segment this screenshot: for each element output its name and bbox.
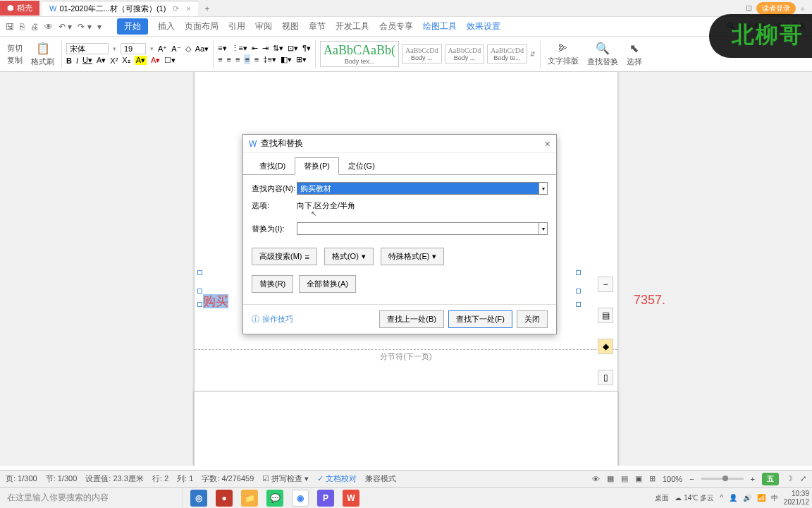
tray-ime-icon[interactable]: 中 — [771, 493, 778, 503]
status-line[interactable]: 行: 2 — [152, 473, 168, 484]
undo-icon[interactable]: ↶ ▾ — [59, 22, 72, 32]
taskbar-clock[interactable]: 10:39 2021/12 — [784, 490, 809, 507]
text-layout-button[interactable]: ⫸ 文字排版 — [545, 42, 582, 66]
replace-dropdown-icon[interactable]: ▾ — [539, 222, 548, 235]
highlight-button[interactable]: A▾ — [135, 56, 147, 65]
tray-volume-icon[interactable]: 📶 — [757, 494, 765, 502]
status-section[interactable]: 节: 1/300 — [46, 473, 78, 484]
tab-drawingtools[interactable]: 绘图工具 — [423, 20, 457, 32]
special-format-button[interactable]: 特殊格式(E)▾ — [381, 248, 445, 265]
subscript-button[interactable]: X₂ — [122, 56, 130, 65]
tray-user-icon[interactable]: 👤 — [729, 494, 737, 502]
tab-member[interactable]: 会员专享 — [379, 20, 413, 32]
find-input[interactable] — [297, 182, 539, 195]
print-icon[interactable]: 🖨 — [30, 22, 39, 32]
taskbar-chrome[interactable]: ◉ — [292, 490, 309, 507]
borders-icon[interactable]: ⊞▾ — [296, 55, 307, 64]
tab-find[interactable]: 查找(D) — [250, 157, 295, 175]
dropdown-icon[interactable]: ▾ — [97, 22, 102, 32]
taskbar-wps[interactable]: W — [343, 490, 359, 507]
gallery-button[interactable]: ▤ — [598, 308, 613, 323]
redo-icon[interactable]: ↷ ▾ — [78, 22, 91, 32]
pin-icon[interactable]: ⟳ — [173, 4, 179, 13]
cut-button[interactable]: 剪切 — [7, 43, 23, 54]
style-bodytext2[interactable]: AaBbCcDd Body ... — [402, 44, 442, 64]
eye-icon[interactable]: 👁 — [592, 475, 600, 483]
zoom-slider[interactable] — [701, 478, 744, 480]
status-chars[interactable]: 字数: 4/276459 — [202, 473, 254, 484]
save-icon[interactable]: 🖫 — [6, 22, 14, 32]
replace-button[interactable]: 替换(R) — [252, 275, 293, 293]
tab-goto[interactable]: 定位(G) — [339, 157, 384, 175]
find-replace-button[interactable]: 🔍 查找替换 — [584, 42, 621, 67]
bold-button[interactable]: B — [66, 56, 72, 65]
taskbar-wechat[interactable]: 💬 — [266, 490, 283, 507]
zoom-in-icon[interactable]: + — [751, 475, 755, 483]
clear-format-icon[interactable]: ◇ — [185, 44, 191, 54]
tab-section[interactable]: 章节 — [309, 20, 326, 32]
font-color-button[interactable]: A▾ — [151, 56, 160, 65]
find-dropdown-icon[interactable]: ▾ — [539, 182, 548, 195]
style-bodytext4[interactable]: AaBbCcDd Body te... — [487, 44, 527, 64]
tray-speaker-icon[interactable]: 🔊 — [743, 494, 751, 502]
taskbar-explorer[interactable]: 📁 — [241, 490, 258, 507]
tab-review[interactable]: 审阅 — [255, 20, 272, 32]
sort-icon[interactable]: ⇅▾ — [273, 44, 283, 53]
tab-reference[interactable]: 引用 — [228, 20, 245, 32]
document-tab[interactable]: W 01-2020年二...材（可搜索）(1) ⟳ × — [42, 1, 198, 16]
find-next-button[interactable]: 查找下一处(F) — [448, 310, 512, 328]
border-button[interactable]: ☐▾ — [164, 56, 176, 65]
login-button[interactable]: 读者登录 — [756, 2, 796, 15]
tab-icon[interactable]: ⊡▾ — [288, 44, 298, 53]
line-spacing-icon[interactable]: ‡≡▾ — [263, 55, 276, 64]
italic-button[interactable]: I — [76, 56, 78, 65]
font-size-select[interactable] — [121, 43, 146, 54]
align-justify-icon[interactable]: ≡ — [244, 54, 250, 64]
decrease-font-icon[interactable]: A⁻ — [171, 44, 180, 54]
tips-link[interactable]: ⓘ 操作技巧 — [252, 314, 293, 325]
status-col[interactable]: 列: 1 — [177, 473, 193, 484]
dialog-close-button[interactable]: × — [545, 138, 550, 150]
weather-icon[interactable]: ☁ 14℃ 多云 — [675, 493, 714, 503]
expand-icon[interactable]: ⤢ — [800, 474, 806, 483]
status-page[interactable]: 页: 1/300 — [6, 473, 37, 484]
shading-icon[interactable]: ◧▾ — [281, 55, 292, 64]
tab-pagelayout[interactable]: 页面布局 — [185, 20, 219, 32]
style-bodytext1[interactable]: AaBbCAaBb( Body tex... — [320, 41, 399, 67]
taskbar-search[interactable]: 在这里输入你要搜索的内容 — [0, 488, 183, 508]
view-outline-icon[interactable]: ▤ — [621, 474, 628, 483]
increase-indent-icon[interactable]: ⇥ — [262, 44, 269, 53]
tab-insert[interactable]: 插入 — [158, 20, 175, 32]
replace-input[interactable] — [297, 222, 539, 235]
find-prev-button[interactable]: 查找上一处(B) — [379, 310, 444, 328]
tab-replace[interactable]: 替换(P) — [295, 157, 339, 175]
select-button[interactable]: ⬉ 选择 — [624, 42, 645, 67]
shape-button[interactable]: ◆ — [598, 339, 613, 354]
superscript-button[interactable]: X² — [110, 56, 118, 65]
align-left-icon[interactable]: ≡ — [218, 55, 222, 64]
tray-up-icon[interactable]: ^ — [720, 494, 723, 502]
replace-all-button[interactable]: 全部替换(A) — [299, 275, 356, 293]
copy-button[interactable]: 复制 — [7, 55, 23, 66]
taskbar-app2[interactable]: ● — [216, 490, 233, 507]
tab-developer[interactable]: 开发工具 — [336, 20, 369, 32]
distribute-icon[interactable]: ≡ — [254, 55, 259, 64]
zoom-out-button[interactable]: − — [598, 277, 613, 292]
page-button[interactable]: ▯ — [598, 370, 613, 385]
new-tab-button[interactable]: + — [198, 2, 216, 15]
view-print-icon[interactable]: ▦ — [607, 474, 614, 483]
font-name-select[interactable] — [66, 43, 109, 54]
close-button[interactable]: 关闭 — [517, 310, 548, 328]
app-tab[interactable]: ⬢ 稻壳 — [0, 1, 39, 16]
advanced-search-button[interactable]: 高级搜索(M)≡ — [252, 248, 317, 265]
moon-icon[interactable]: ☽ — [786, 474, 793, 483]
tab-effects[interactable]: 效果设置 — [467, 20, 500, 32]
tab-view[interactable]: 视图 — [282, 20, 299, 32]
styles-dropdown-icon[interactable]: ⇵ — [530, 51, 536, 58]
increase-font-icon[interactable]: A⁺ — [158, 44, 167, 54]
align-right-icon[interactable]: ≡ — [235, 55, 240, 64]
close-tab-icon[interactable]: × — [186, 4, 190, 13]
underline-button[interactable]: U▾ — [82, 56, 92, 65]
taskbar-p[interactable]: P — [317, 490, 334, 507]
style-bodytext3[interactable]: AaBbCcDd Body ... — [445, 44, 485, 64]
